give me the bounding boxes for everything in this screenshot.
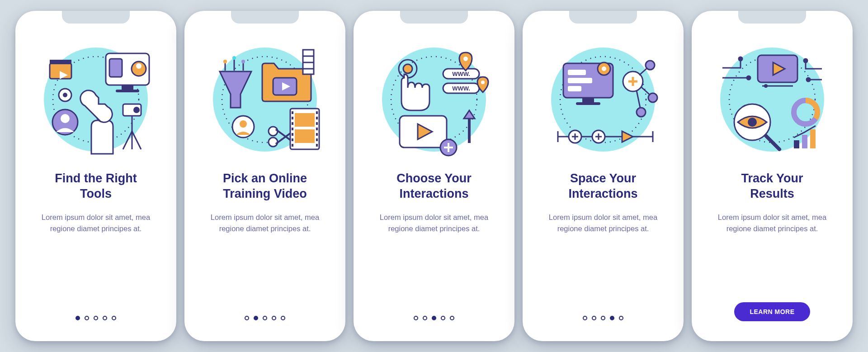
- screen-title: Track Your Results: [741, 171, 803, 202]
- svg-rect-45: [292, 117, 293, 119]
- svg-point-32: [232, 56, 236, 60]
- dot-1[interactable]: [75, 316, 80, 320]
- phone-notch: [400, 11, 468, 24]
- learn-more-button[interactable]: LEARN MORE: [734, 302, 810, 321]
- svg-point-108: [804, 59, 807, 62]
- dot-4[interactable]: [103, 316, 107, 320]
- svg-rect-53: [316, 122, 318, 125]
- onboarding-screen-4: Space Your Interactions Lorem ipsum dolo…: [523, 11, 684, 341]
- svg-point-16: [133, 107, 140, 113]
- svg-rect-44: [292, 111, 293, 114]
- dot-3[interactable]: [601, 316, 605, 320]
- dot-2[interactable]: [85, 316, 89, 320]
- svg-rect-78: [582, 98, 594, 102]
- svg-rect-56: [316, 138, 318, 141]
- svg-rect-82: [568, 86, 581, 91]
- phone-notch: [569, 11, 637, 24]
- screen-description: Lorem ipsum dolor sit amet, mea regione …: [199, 212, 330, 235]
- analytics-magnify-icon: [709, 36, 835, 163]
- screen-description: Lorem ipsum dolor sit amet, mea regione …: [707, 212, 838, 235]
- svg-text:WWW.: WWW.: [452, 71, 470, 77]
- screen-title: Space Your Interactions: [568, 171, 637, 202]
- svg-rect-57: [316, 144, 318, 147]
- pagination-dots: [414, 316, 454, 320]
- phone-notch: [231, 11, 299, 24]
- screen-description: Lorem ipsum dolor sit amet, mea regione …: [538, 212, 669, 235]
- svg-point-6: [136, 63, 142, 69]
- screen-description: Lorem ipsum dolor sit amet, mea regione …: [30, 212, 161, 235]
- svg-rect-119: [802, 135, 807, 148]
- svg-point-36: [240, 120, 247, 128]
- svg-rect-54: [316, 128, 318, 130]
- dot-2[interactable]: [423, 316, 427, 320]
- dot-1[interactable]: [414, 316, 418, 320]
- svg-point-67: [481, 81, 485, 84]
- touch-links-play-icon: WWW. WWW.: [371, 36, 497, 163]
- svg-point-115: [748, 118, 757, 127]
- svg-rect-81: [568, 78, 592, 83]
- svg-rect-4: [116, 90, 139, 92]
- dot-1[interactable]: [245, 316, 249, 320]
- dot-1[interactable]: [583, 316, 587, 320]
- dot-4[interactable]: [610, 316, 614, 320]
- dot-4[interactable]: [272, 316, 276, 320]
- dot-5[interactable]: [281, 316, 285, 320]
- screen-title: Find the Right Tools: [55, 171, 137, 202]
- svg-rect-52: [316, 117, 318, 119]
- onboarding-screen-2: Pick an Online Training Video Lorem ipsu…: [184, 11, 345, 341]
- dot-2[interactable]: [592, 316, 596, 320]
- svg-point-38: [269, 138, 278, 147]
- svg-rect-118: [794, 140, 799, 148]
- svg-rect-43: [295, 129, 315, 143]
- svg-rect-47: [292, 128, 293, 130]
- svg-rect-50: [292, 144, 293, 147]
- screen-title: Pick an Online Training Video: [223, 171, 307, 202]
- svg-rect-80: [568, 70, 586, 75]
- pagination-dots: [75, 316, 116, 320]
- svg-point-61: [403, 64, 412, 73]
- svg-rect-48: [292, 133, 293, 136]
- tools-video-setup-icon: [33, 36, 159, 163]
- phone-notch: [62, 11, 130, 24]
- dot-3[interactable]: [432, 316, 436, 320]
- svg-rect-7: [109, 59, 122, 77]
- svg-point-14: [61, 114, 70, 123]
- dot-4[interactable]: [441, 316, 445, 320]
- funnel-video-folder-icon: [202, 36, 328, 163]
- onboarding-screen-5: Track Your Results Lorem ipsum dolor sit…: [692, 11, 853, 341]
- svg-point-90: [637, 108, 646, 117]
- dot-3[interactable]: [94, 316, 98, 320]
- svg-point-113: [764, 84, 768, 88]
- dot-3[interactable]: [263, 316, 267, 320]
- svg-rect-49: [292, 138, 293, 141]
- svg-line-19: [132, 131, 141, 149]
- dot-2[interactable]: [254, 316, 258, 320]
- svg-point-37: [269, 127, 278, 136]
- svg-text:WWW.: WWW.: [452, 85, 470, 92]
- dot-5[interactable]: [112, 316, 116, 320]
- timeline-nodes-icon: [540, 36, 666, 163]
- svg-rect-79: [576, 102, 600, 105]
- svg-point-12: [63, 93, 67, 97]
- svg-rect-120: [810, 129, 816, 148]
- svg-point-34: [241, 60, 245, 63]
- svg-rect-42: [295, 113, 315, 127]
- dot-5[interactable]: [450, 316, 454, 320]
- svg-rect-46: [292, 122, 293, 125]
- onboarding-screen-1: Find the Right Tools Lorem ipsum dolor s…: [15, 11, 176, 341]
- onboarding-screen-3: WWW. WWW. Choose Your Interactions Lorem…: [354, 11, 514, 341]
- screen-title: Choose Your Interactions: [396, 171, 472, 202]
- pagination-dots: [583, 316, 623, 320]
- svg-point-109: [807, 78, 810, 81]
- svg-rect-51: [316, 111, 318, 114]
- svg-point-30: [223, 60, 227, 63]
- svg-point-106: [739, 57, 742, 61]
- svg-rect-3: [122, 85, 133, 90]
- svg-rect-9: [50, 60, 71, 64]
- svg-point-66: [463, 57, 468, 61]
- pagination-dots: [245, 316, 285, 320]
- screen-description: Lorem ipsum dolor sit amet, mea regione …: [368, 212, 500, 235]
- svg-point-84: [602, 67, 606, 71]
- dot-5[interactable]: [619, 316, 623, 320]
- svg-point-107: [747, 76, 750, 80]
